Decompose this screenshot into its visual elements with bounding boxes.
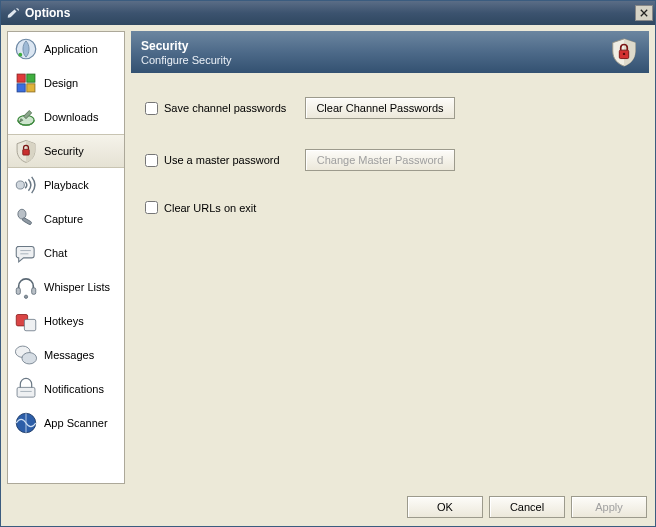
shield-icon [12, 137, 40, 165]
content-header: Security Configure Security [131, 31, 649, 73]
sidebar-item-label: Capture [44, 213, 83, 225]
sidebar-item-security[interactable]: Security [8, 134, 124, 168]
sidebar-item-playback[interactable]: Playback [8, 168, 124, 202]
svg-point-14 [24, 295, 27, 298]
svg-point-8 [18, 209, 26, 219]
use-master-password-input[interactable] [145, 154, 158, 167]
svg-rect-5 [27, 84, 35, 92]
clear-channel-passwords-button[interactable]: Clear Channel Passwords [305, 97, 455, 119]
notifications-icon [12, 375, 40, 403]
row-clear-urls: Clear URLs on exit [145, 201, 635, 214]
dialog-body: Application Design [1, 25, 655, 490]
headset-icon [12, 273, 40, 301]
sidebar-item-label: Security [44, 145, 84, 157]
clear-urls-on-exit-checkbox[interactable]: Clear URLs on exit [145, 201, 305, 214]
sidebar-item-label: Messages [44, 349, 94, 361]
svg-rect-19 [17, 387, 35, 397]
hotkeys-icon [12, 307, 40, 335]
application-icon [12, 35, 40, 63]
window-title: Options [25, 6, 635, 20]
sidebar: Application Design [7, 31, 125, 484]
sidebar-item-application[interactable]: Application [8, 32, 124, 66]
save-channel-passwords-input[interactable] [145, 102, 158, 115]
sidebar-item-capture[interactable]: Capture [8, 202, 124, 236]
messages-icon [12, 341, 40, 369]
cancel-button[interactable]: Cancel [489, 496, 565, 518]
dialog-footer: OK Cancel Apply [1, 490, 655, 526]
titlebar: Options [1, 1, 655, 25]
shield-lock-icon [609, 37, 639, 67]
svg-rect-6 [23, 149, 30, 155]
save-channel-passwords-checkbox[interactable]: Save channel passwords [145, 102, 305, 115]
close-button[interactable] [635, 5, 653, 21]
security-panel: Save channel passwords Clear Channel Pas… [131, 73, 649, 484]
row-master-password: Use a master password Change Master Pass… [145, 149, 635, 171]
content-area: Security Configure Security [131, 31, 649, 484]
checkbox-label: Clear URLs on exit [164, 202, 256, 214]
checkbox-label: Use a master password [164, 154, 280, 166]
svg-point-18 [22, 353, 37, 364]
sidebar-item-downloads[interactable]: Downloads [8, 100, 124, 134]
playback-icon [12, 171, 40, 199]
sidebar-item-notifications[interactable]: Notifications [8, 372, 124, 406]
use-master-password-checkbox[interactable]: Use a master password [145, 154, 305, 167]
downloads-icon [12, 103, 40, 131]
page-subtitle: Configure Security [141, 54, 609, 66]
svg-point-7 [16, 181, 24, 189]
close-icon [640, 9, 648, 17]
sidebar-item-label: Application [44, 43, 98, 55]
clear-urls-on-exit-input[interactable] [145, 201, 158, 214]
svg-rect-4 [17, 84, 25, 92]
sidebar-item-label: Whisper Lists [44, 281, 110, 293]
sidebar-item-label: Chat [44, 247, 67, 259]
app-scanner-icon [12, 409, 40, 437]
svg-point-1 [18, 53, 22, 57]
options-dialog: Options Application [0, 0, 656, 527]
sidebar-item-label: Downloads [44, 111, 98, 123]
svg-rect-9 [22, 217, 32, 225]
sidebar-item-chat[interactable]: Chat [8, 236, 124, 270]
sidebar-item-app-scanner[interactable]: App Scanner [8, 406, 124, 440]
chat-icon [12, 239, 40, 267]
page-title: Security [141, 39, 609, 53]
wrench-icon [5, 5, 21, 21]
svg-rect-3 [27, 74, 35, 82]
change-master-password-button[interactable]: Change Master Password [305, 149, 455, 171]
checkbox-label: Save channel passwords [164, 102, 286, 114]
row-save-passwords: Save channel passwords Clear Channel Pas… [145, 97, 635, 119]
sidebar-item-label: Hotkeys [44, 315, 84, 327]
svg-rect-16 [24, 319, 35, 330]
svg-rect-12 [16, 288, 20, 295]
sidebar-item-label: Notifications [44, 383, 104, 395]
sidebar-item-messages[interactable]: Messages [8, 338, 124, 372]
sidebar-item-hotkeys[interactable]: Hotkeys [8, 304, 124, 338]
design-icon [12, 69, 40, 97]
apply-button[interactable]: Apply [571, 496, 647, 518]
svg-point-24 [623, 53, 625, 55]
sidebar-item-design[interactable]: Design [8, 66, 124, 100]
sidebar-item-whisper-lists[interactable]: Whisper Lists [8, 270, 124, 304]
svg-rect-2 [17, 74, 25, 82]
ok-button[interactable]: OK [407, 496, 483, 518]
sidebar-item-label: Design [44, 77, 78, 89]
microphone-icon [12, 205, 40, 233]
svg-rect-13 [32, 288, 36, 295]
sidebar-item-label: Playback [44, 179, 89, 191]
sidebar-item-label: App Scanner [44, 417, 108, 429]
